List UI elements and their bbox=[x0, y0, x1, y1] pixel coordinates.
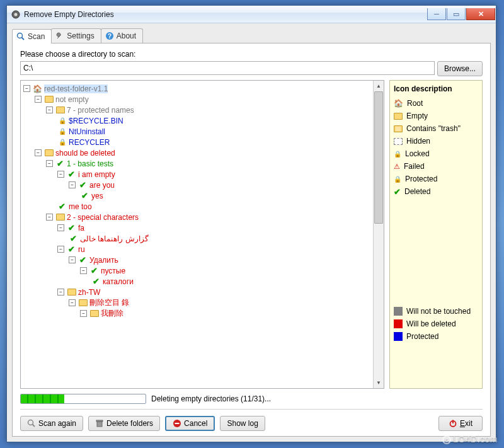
tree-yes[interactable]: ✔yes bbox=[80, 190, 372, 201]
legend-failed: ⚠Failed bbox=[394, 160, 478, 173]
magnifier-icon bbox=[16, 32, 25, 41]
button-label: Cancel bbox=[184, 419, 207, 428]
tree-not-empty[interactable]: −not empty bbox=[35, 94, 372, 105]
tab-scan[interactable]: Scan bbox=[12, 29, 52, 43]
tree-fa-child[interactable]: ✔گزارش راهنماها خالی bbox=[69, 233, 372, 244]
tree-ru1[interactable]: −✔Удалить bbox=[69, 255, 372, 265]
tree-recycler[interactable]: 🔒RECYCLER bbox=[57, 137, 372, 147]
tree-protected-names[interactable]: −7 - protected names bbox=[46, 105, 372, 115]
tree-scrollbar[interactable]: ▲ ▼ bbox=[373, 81, 384, 388]
path-input[interactable] bbox=[20, 61, 435, 75]
legend-deleted: ✔Deleted bbox=[394, 185, 478, 198]
tree-ru2[interactable]: −✔пустые bbox=[80, 265, 372, 276]
tab-settings[interactable]: Settings bbox=[51, 28, 101, 43]
main-row: −red-test-folder-v1.1 −not empty −7 - pr… bbox=[20, 80, 483, 389]
legend-label: Protected bbox=[406, 332, 438, 341]
node-label: i am empty bbox=[78, 170, 115, 179]
trash-folder-icon bbox=[394, 125, 403, 132]
maximize-button[interactable] bbox=[447, 8, 466, 20]
tree-root[interactable]: −red-test-folder-v1.1 bbox=[23, 83, 372, 94]
warning-icon: ⚠ bbox=[394, 163, 400, 171]
collapse-icon[interactable]: − bbox=[57, 171, 64, 178]
window-title: Remove Empty Directories bbox=[24, 10, 427, 19]
collapse-icon[interactable]: − bbox=[69, 299, 76, 306]
scroll-thumb[interactable] bbox=[374, 91, 383, 224]
node-label: 2 - special characters bbox=[67, 213, 139, 222]
legend-wont-touch: Will not be touched bbox=[394, 305, 478, 318]
legend-label: Failed bbox=[404, 162, 425, 171]
node-label: пустые bbox=[101, 267, 125, 275]
scroll-up-icon[interactable]: ▲ bbox=[374, 81, 384, 91]
lock-icon: 🔒 bbox=[394, 176, 401, 183]
collapse-icon[interactable]: − bbox=[23, 85, 30, 92]
tree-should-be-deleted[interactable]: −should be deleted bbox=[35, 147, 372, 158]
check-icon: ✔ bbox=[89, 267, 99, 275]
collapse-icon[interactable]: − bbox=[35, 149, 42, 156]
check-icon: ✔ bbox=[69, 234, 78, 243]
legend-label: Will not be touched bbox=[406, 307, 471, 316]
folder-icon bbox=[79, 299, 88, 306]
directory-tree[interactable]: −red-test-folder-v1.1 −not empty −7 - pr… bbox=[21, 81, 373, 388]
node-label: are you bbox=[89, 181, 115, 190]
root-label: red-test-folder-v1.1 bbox=[44, 84, 108, 93]
minimize-button[interactable] bbox=[427, 8, 446, 20]
tab-scan-label: Scan bbox=[28, 32, 45, 41]
exit-button[interactable]: Exit bbox=[438, 416, 483, 431]
collapse-icon[interactable]: − bbox=[46, 214, 53, 221]
scan-again-button[interactable]: Scan again bbox=[20, 416, 83, 431]
folder-icon bbox=[45, 149, 54, 156]
tree-me-too[interactable]: ✔me too bbox=[57, 201, 372, 212]
node-label: fa bbox=[78, 224, 84, 233]
close-button[interactable] bbox=[466, 8, 495, 20]
node-label: ru bbox=[78, 245, 85, 254]
app-icon bbox=[11, 9, 21, 20]
titlebar[interactable]: Remove Empty Directories bbox=[7, 6, 496, 23]
collapse-icon[interactable]: − bbox=[46, 160, 53, 167]
delete-folders-button[interactable]: Delete folders bbox=[88, 416, 160, 431]
browse-button[interactable]: Browse... bbox=[437, 61, 483, 76]
tree-special-chars[interactable]: −2 - special characters bbox=[46, 212, 372, 222]
tree-ru3[interactable]: ✔каталоги bbox=[91, 276, 372, 287]
tree-ru[interactable]: −✔ru bbox=[57, 244, 372, 255]
scroll-down-icon[interactable]: ▼ bbox=[374, 377, 384, 388]
collapse-icon[interactable]: − bbox=[46, 106, 53, 113]
tree-are-you[interactable]: −✔are you bbox=[69, 180, 372, 190]
legend-label: Deleted bbox=[404, 187, 430, 196]
collapse-icon[interactable]: − bbox=[57, 246, 64, 253]
collapse-icon[interactable]: − bbox=[69, 256, 76, 263]
tree-zh[interactable]: −zh-TW bbox=[57, 287, 372, 297]
tree-i-am-empty[interactable]: −✔i am empty bbox=[57, 169, 372, 180]
node-label: 刪除空目 錄 bbox=[89, 297, 129, 308]
tree-basic-tests[interactable]: −✔1 - basic tests bbox=[46, 158, 372, 169]
tree-ntuninstall[interactable]: 🔒NtUninstall bbox=[57, 126, 372, 137]
browse-label: Browse... bbox=[444, 64, 476, 73]
check-icon: ✔ bbox=[78, 256, 88, 264]
path-row: Browse... bbox=[20, 61, 483, 76]
collapse-icon[interactable]: − bbox=[35, 96, 42, 103]
folder-icon bbox=[90, 310, 99, 317]
legend-label: Root bbox=[407, 99, 423, 108]
node-label: گزارش راهنماها خالی bbox=[80, 234, 149, 243]
collapse-icon[interactable]: − bbox=[80, 267, 87, 274]
collapse-icon[interactable]: − bbox=[80, 310, 87, 317]
status-text: Deleting empty directories (11/31)... bbox=[151, 394, 271, 403]
check-icon: ✔ bbox=[91, 277, 101, 285]
cancel-icon bbox=[173, 419, 181, 428]
collapse-icon[interactable]: − bbox=[69, 181, 76, 188]
lock-icon: 🔒 bbox=[57, 127, 67, 135]
node-label: me too bbox=[69, 202, 92, 211]
legend-label: Will be deleted bbox=[406, 319, 456, 328]
node-label: Удалить bbox=[89, 256, 118, 265]
tree-fa[interactable]: −✔fa bbox=[57, 222, 372, 233]
tree-zh1[interactable]: −刪除空目 錄 bbox=[69, 297, 372, 308]
tree-zh2[interactable]: −我刪除 bbox=[80, 308, 372, 319]
trash-icon bbox=[95, 419, 104, 428]
collapse-icon[interactable]: − bbox=[57, 224, 64, 231]
cancel-button[interactable]: Cancel bbox=[165, 416, 215, 431]
tree-recycle-bin[interactable]: 🔒$RECYCLE.BIN bbox=[57, 115, 372, 126]
check-icon: ✔ bbox=[394, 187, 401, 197]
show-log-button[interactable]: Show log bbox=[220, 416, 265, 431]
check-icon: ✔ bbox=[67, 170, 76, 178]
collapse-icon[interactable]: − bbox=[57, 289, 64, 296]
tab-about[interactable]: ? About bbox=[101, 28, 143, 43]
